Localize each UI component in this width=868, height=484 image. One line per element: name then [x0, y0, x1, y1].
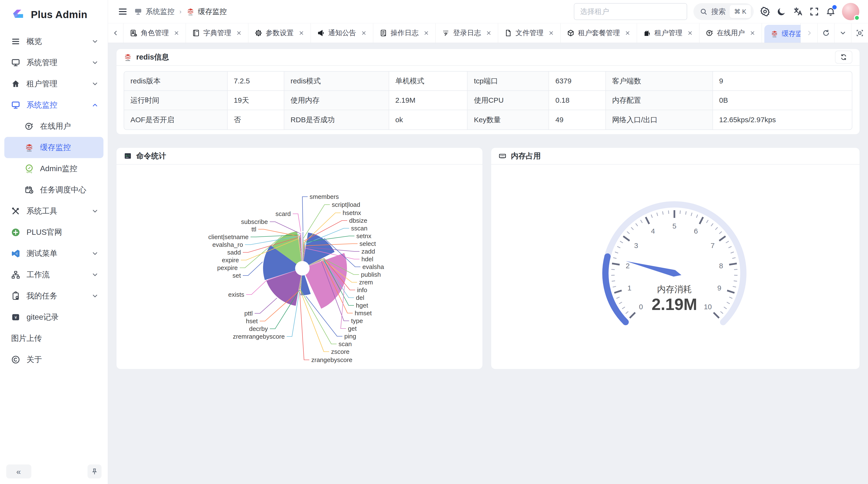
gauge-minor-tick	[685, 212, 686, 215]
tab-10[interactable]: 缓存监控	[764, 25, 801, 43]
avatar[interactable]	[842, 3, 859, 20]
rose-label-zadd: zadd	[362, 248, 375, 255]
info-label: RDB是否成功	[284, 110, 389, 129]
sidebar-item-12[interactable]: 我的任务	[4, 285, 103, 306]
tenant-select-input[interactable]	[574, 3, 687, 20]
sidebar-item-label: 工作流	[27, 269, 50, 280]
sidebar-item-13[interactable]: gitee记录	[4, 306, 103, 328]
sidebar-item-7[interactable]: 任务调度中心	[4, 179, 103, 200]
info-value: 12.65kps/2.97kps	[713, 110, 852, 129]
tabs-scroll-left-button[interactable]	[108, 23, 123, 43]
tab-label: 参数设置	[266, 28, 294, 38]
tab-close-icon[interactable]	[486, 30, 492, 36]
tab-6[interactable]: 文件管理	[498, 23, 561, 43]
info-label: redis版本	[124, 72, 227, 90]
sidebar-item-3[interactable]: 系统监控	[4, 95, 103, 116]
tab-close-icon[interactable]	[174, 30, 179, 36]
tab-label: 租户套餐管理	[578, 28, 620, 38]
tab-label: 通知公告	[328, 28, 356, 38]
gauge-title: 内存消耗	[657, 284, 692, 294]
global-search[interactable]: 搜索 ⌘ K	[693, 3, 754, 20]
tab-label: 租户管理	[654, 28, 682, 38]
info-label: 内存配置	[606, 91, 713, 110]
tab-close-icon[interactable]	[687, 30, 693, 36]
sidebar-item-11[interactable]: 工作流	[4, 264, 103, 285]
gauge-minor-tick	[734, 269, 738, 270]
app-title: Plus Admin	[31, 9, 87, 21]
sidebar-item-5[interactable]: 缓存监控	[4, 137, 103, 158]
sidebar-item-8[interactable]: 系统工具	[4, 200, 103, 222]
breadcrumb-separator: ›	[179, 8, 182, 15]
gauge-minor-tick	[696, 215, 698, 218]
sidebar-item-14[interactable]: 图片上传	[4, 328, 103, 349]
rose-label-dbsize: dbsize	[349, 217, 367, 224]
tab-7[interactable]: 租户套餐管理	[561, 23, 637, 43]
gauge-minor-tick	[613, 286, 616, 287]
tab-0[interactable]: 角色管理	[123, 23, 186, 43]
gauge-tick-label: 6	[694, 227, 698, 235]
gauge-tick-label: 3	[634, 241, 638, 250]
tab-close-icon[interactable]	[424, 30, 429, 36]
sidebar-item-1[interactable]: 系统管理	[4, 52, 103, 73]
tab-8[interactable]: 租户管理	[637, 23, 700, 43]
settings-gear-icon[interactable]	[760, 6, 770, 17]
language-translate-icon[interactable]	[793, 6, 803, 17]
memory-usage-gauge-chart: 012345678910内存消耗2.19M	[491, 165, 860, 369]
redis-icon	[25, 143, 34, 152]
tab-2[interactable]: 参数设置	[248, 23, 311, 43]
top-header: 系统监控 › 缓存监控 搜索 ⌘ K	[108, 0, 868, 23]
notifications-button[interactable]	[826, 6, 836, 17]
tab-9[interactable]: 在线用户	[700, 23, 762, 43]
rose-label-publish: publish	[361, 271, 381, 278]
command-stats-rose-chart: smembersscript|loadhsetnxdbsizesscansetn…	[117, 165, 483, 369]
gauge-minor-tick	[734, 281, 737, 281]
chevron-down-icon	[91, 271, 99, 279]
info-value: 0.18	[549, 91, 606, 110]
sidebar-item-0[interactable]: 概览	[4, 31, 103, 52]
gauge-minor-tick	[620, 241, 623, 243]
online-status-dot	[854, 15, 860, 21]
tab-1[interactable]: 字典管理	[186, 23, 248, 43]
redis-refresh-button[interactable]	[835, 51, 852, 64]
tab-close-icon[interactable]	[750, 30, 755, 36]
tab-refresh-button[interactable]	[817, 23, 834, 43]
tab-5[interactable]: 登录日志	[436, 23, 498, 43]
info-value: 单机模式	[389, 72, 468, 90]
sidebar-item-2[interactable]: 租户管理	[4, 73, 103, 95]
tab-3[interactable]: 通知公告	[311, 23, 373, 43]
gauge-minor-tick	[651, 215, 652, 218]
hamburger-icon[interactable]	[118, 6, 128, 17]
sidebar-item-10[interactable]: 测试菜单	[4, 243, 103, 264]
rose-label-get: get	[348, 325, 357, 332]
tab-close-icon[interactable]	[361, 30, 367, 36]
online-user-icon	[25, 122, 34, 131]
sidebar-item-4[interactable]: 在线用户	[4, 116, 103, 137]
sync-icon	[840, 53, 847, 61]
rose-label-hsetnx: hsetnx	[343, 209, 361, 217]
sidebar-collapse-button[interactable]: «	[6, 464, 31, 479]
gauge-minor-tick	[731, 252, 734, 253]
tab-close-icon[interactable]	[548, 30, 554, 36]
info-value: 9	[713, 72, 852, 90]
info-value: 49	[549, 110, 606, 129]
content-fullscreen-button[interactable]	[851, 23, 868, 43]
gauge-major-tick	[727, 290, 735, 293]
sidebar-item-6[interactable]: Admin监控	[4, 158, 103, 179]
tab-menu-button[interactable]	[834, 23, 851, 43]
fullscreen-icon[interactable]	[809, 6, 819, 17]
tab-4[interactable]: 操作日志	[373, 23, 436, 43]
tabs-scroll-right-button[interactable]	[801, 23, 817, 43]
rose-leader-line	[302, 197, 308, 231]
tab-close-icon[interactable]	[236, 30, 242, 36]
rose-label-client|setname: client|setname	[208, 233, 249, 240]
tab-bar: 角色管理字典管理参数设置通知公告操作日志登录日志文件管理租户套餐管理租户管理在线…	[108, 23, 868, 43]
sidebar-item-15[interactable]: 关于	[4, 349, 103, 370]
sidebar-item-9[interactable]: PLUS官网	[4, 222, 103, 243]
dark-mode-moon-icon[interactable]	[776, 6, 786, 17]
breadcrumb-item[interactable]: 系统监控	[146, 7, 175, 17]
tab-close-icon[interactable]	[299, 30, 304, 36]
info-label: AOF是否开启	[124, 110, 227, 129]
sidebar-pin-button[interactable]	[88, 464, 101, 479]
gauge-minor-tick	[727, 302, 730, 304]
tab-close-icon[interactable]	[625, 30, 630, 36]
